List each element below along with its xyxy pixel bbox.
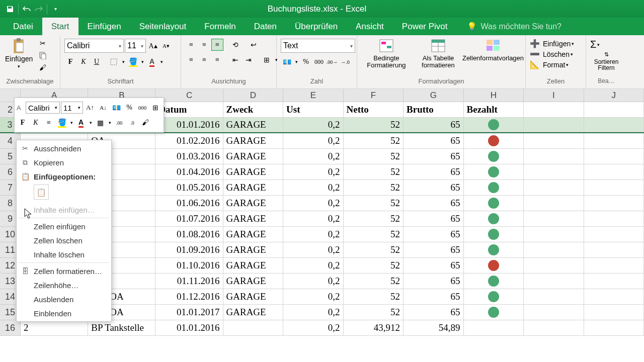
grid-cell[interactable]: 01.01.2016: [155, 320, 223, 336]
paste-option-default[interactable]: 📋: [34, 185, 49, 200]
sort-filter-button[interactable]: ⇅ Sortieren Filtern: [590, 50, 622, 72]
grid-cell[interactable]: [584, 196, 644, 211]
grid-cell[interactable]: [584, 305, 644, 320]
qat-customize-icon[interactable]: ▾: [49, 3, 61, 15]
header-cell[interactable]: [584, 102, 644, 118]
tab-datei[interactable]: Datei: [4, 18, 42, 35]
header-cell[interactable]: Brutto: [404, 102, 464, 118]
grid-cell[interactable]: [584, 242, 644, 258]
grid-cell[interactable]: [524, 196, 584, 211]
grid-cell[interactable]: GARAGE: [223, 211, 284, 227]
mini-accounting-icon[interactable]: 💶: [110, 102, 122, 114]
align-left-icon[interactable]: ≡: [185, 54, 197, 66]
mini-increase-font-icon[interactable]: A↑: [84, 102, 96, 114]
grid-cell[interactable]: 01.06.2016: [155, 196, 223, 211]
column-header[interactable]: I: [524, 89, 584, 102]
mini-borders-icon[interactable]: ▦: [94, 117, 106, 129]
tab-ansicht[interactable]: Ansicht: [347, 18, 393, 35]
grid-cell[interactable]: 65: [404, 180, 464, 196]
column-header[interactable]: E: [283, 89, 343, 102]
decrease-decimal-icon[interactable]: →.0: [339, 56, 351, 68]
grid-cell[interactable]: [464, 258, 524, 274]
underline-button[interactable]: U: [91, 56, 103, 68]
grid-cell[interactable]: [584, 133, 644, 149]
column-header[interactable]: H: [464, 89, 524, 102]
grid-cell[interactable]: [524, 133, 584, 149]
grid-cell[interactable]: 01.08.2016: [155, 227, 223, 242]
tab-powerpivot[interactable]: Power Pivot: [393, 18, 457, 35]
grid-cell[interactable]: 52: [344, 227, 404, 242]
header-cell[interactable]: Netto: [344, 102, 404, 118]
grid-cell[interactable]: GARAGE: [223, 258, 284, 274]
grid-cell[interactable]: 0,2: [283, 211, 344, 227]
header-cell[interactable]: Datum: [155, 102, 223, 118]
grid-cell[interactable]: 65: [404, 227, 464, 242]
column-header[interactable]: D: [223, 89, 283, 102]
grid-cell[interactable]: [584, 180, 644, 196]
header-cell[interactable]: [524, 102, 584, 118]
align-right-icon[interactable]: ≡: [211, 54, 223, 66]
header-cell[interactable]: Ust: [283, 102, 344, 118]
grid-cell[interactable]: GARAGE: [223, 180, 284, 196]
grid-cell[interactable]: GARAGE: [223, 149, 284, 164]
grid-cell[interactable]: 52: [344, 242, 404, 258]
grid-cell[interactable]: 01.05.2016: [155, 180, 223, 196]
grid-cell[interactable]: [524, 180, 584, 196]
ctx-row-height[interactable]: Zeilenhöhe…: [17, 278, 111, 292]
grid-cell[interactable]: 43,912: [344, 320, 404, 336]
borders-icon[interactable]: [108, 56, 120, 68]
grid-cell[interactable]: 65: [404, 211, 464, 227]
ctx-copy[interactable]: ⧉Kopieren: [17, 155, 111, 169]
grid-cell[interactable]: [584, 320, 644, 336]
grid-cell[interactable]: GARAGE: [223, 196, 284, 211]
grid-cell[interactable]: BP Tankstelle: [88, 320, 155, 336]
grid-cell[interactable]: 0,2: [283, 118, 344, 132]
grid-cell[interactable]: 0,2: [283, 320, 344, 336]
tab-ueberpruefen[interactable]: Überprüfen: [286, 18, 347, 35]
grid-cell[interactable]: 01.07.2016: [155, 211, 223, 227]
ctx-clear-contents[interactable]: Inhalte löschen: [17, 247, 111, 261]
copy-icon[interactable]: [37, 50, 49, 61]
grid-cell[interactable]: 65: [404, 258, 464, 274]
grid-cell[interactable]: [584, 211, 644, 227]
mini-size-combo[interactable]: 11▾: [61, 102, 83, 114]
grid-cell[interactable]: 0,2: [283, 242, 344, 258]
grid-cell[interactable]: 01.03.2016: [155, 149, 223, 164]
grid-cell[interactable]: [584, 289, 644, 305]
format-as-table-button[interactable]: Als Tabelle formatieren: [414, 37, 463, 70]
grid-cell[interactable]: 52: [344, 149, 404, 164]
cell-styles-button[interactable]: Zellenformatvorlagen: [463, 37, 523, 63]
chevron-down-icon[interactable]: ▾: [294, 56, 299, 68]
grid-cell[interactable]: 0,2: [283, 180, 344, 196]
header-cell[interactable]: Zweck: [223, 102, 284, 118]
grid-cell[interactable]: [464, 227, 524, 242]
grid-cell[interactable]: [524, 320, 584, 336]
tab-formeln[interactable]: Formeln: [195, 18, 245, 35]
grid-cell[interactable]: [464, 196, 524, 211]
grid-cell[interactable]: 01.12.2016: [155, 289, 223, 305]
grid-cell[interactable]: 0,2: [283, 149, 344, 164]
grid-cell[interactable]: [464, 180, 524, 196]
grid-cell[interactable]: [524, 149, 584, 164]
mini-inc-decimal-icon[interactable]: .00: [113, 117, 125, 129]
grid-cell[interactable]: 52: [344, 274, 404, 289]
mini-merge-icon[interactable]: ⊞: [149, 102, 162, 114]
mini-percent-icon[interactable]: %: [123, 102, 135, 114]
grid-cell[interactable]: GARAGE: [223, 274, 284, 289]
mini-align-icon[interactable]: ≡: [43, 117, 55, 129]
mini-bold-button[interactable]: F: [17, 117, 29, 129]
percent-icon[interactable]: %: [300, 56, 312, 68]
grid-cell[interactable]: GARAGE: [223, 133, 284, 149]
save-icon[interactable]: [4, 3, 16, 15]
insert-cells-button[interactable]: ➕Einfügen▾: [530, 39, 574, 48]
grid-cell[interactable]: 01.02.2016: [155, 133, 223, 149]
mini-comma-icon[interactable]: 000: [136, 102, 148, 114]
grid-cell[interactable]: 65: [404, 305, 464, 320]
wrap-text-icon[interactable]: ↩: [248, 39, 260, 51]
increase-font-icon[interactable]: A▴: [147, 40, 159, 52]
ctx-unhide[interactable]: Einblenden: [17, 306, 111, 320]
grid-cell[interactable]: 52: [344, 133, 404, 149]
grid-cell[interactable]: 0,2: [283, 196, 344, 211]
grid-cell[interactable]: [584, 164, 644, 180]
chevron-down-icon[interactable]: ▾: [69, 117, 74, 129]
